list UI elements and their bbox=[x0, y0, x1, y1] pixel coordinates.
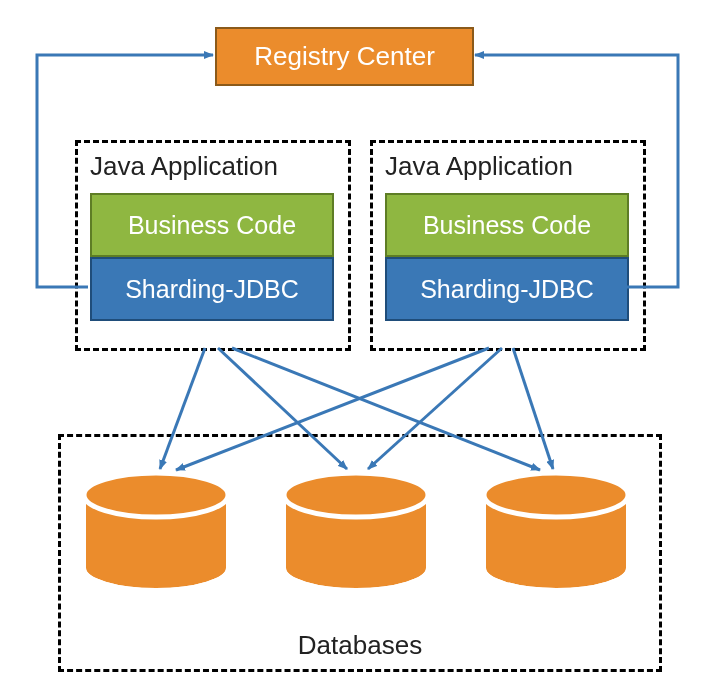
app-title-left: Java Application bbox=[90, 151, 278, 182]
databases-container: Databases bbox=[58, 434, 662, 672]
sharding-jdbc-left: Sharding-JDBC bbox=[90, 257, 334, 321]
registry-center-label: Registry Center bbox=[254, 41, 435, 72]
business-code-label-left: Business Code bbox=[128, 211, 296, 240]
java-application-right: Java Application Business Code Sharding-… bbox=[370, 140, 646, 351]
sharding-jdbc-label-right: Sharding-JDBC bbox=[420, 275, 594, 304]
app-title-right: Java Application bbox=[385, 151, 573, 182]
diagram-canvas: Registry Center Java Application Busines… bbox=[0, 0, 710, 691]
sharding-jdbc-label-left: Sharding-JDBC bbox=[125, 275, 299, 304]
databases-title: Databases bbox=[61, 630, 659, 661]
sharding-jdbc-right: Sharding-JDBC bbox=[385, 257, 629, 321]
registry-center-box: Registry Center bbox=[215, 27, 474, 86]
business-code-right: Business Code bbox=[385, 193, 629, 257]
business-code-label-right: Business Code bbox=[423, 211, 591, 240]
business-code-left: Business Code bbox=[90, 193, 334, 257]
java-application-left: Java Application Business Code Sharding-… bbox=[75, 140, 351, 351]
